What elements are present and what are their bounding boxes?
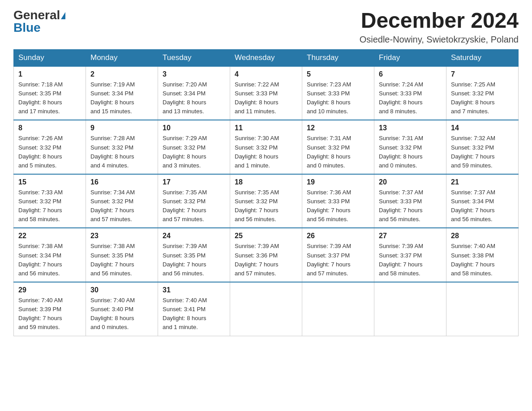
calendar-cell: 8Sunrise: 7:26 AMSunset: 3:32 PMDaylight… — [14, 120, 86, 174]
calendar-week-row: 15Sunrise: 7:33 AMSunset: 3:32 PMDayligh… — [14, 174, 519, 228]
day-number: 24 — [163, 232, 225, 240]
calendar-cell — [374, 282, 446, 336]
day-number: 4 — [235, 70, 297, 78]
day-info: Sunrise: 7:40 AMSunset: 3:40 PMDaylight:… — [90, 296, 153, 332]
day-info: Sunrise: 7:39 AMSunset: 3:37 PMDaylight:… — [379, 242, 442, 278]
day-number: 22 — [18, 232, 81, 240]
day-number: 29 — [18, 286, 81, 294]
column-header-thursday: Thursday — [302, 49, 374, 66]
day-info: Sunrise: 7:40 AMSunset: 3:38 PMDaylight:… — [451, 242, 514, 278]
day-info: Sunrise: 7:37 AMSunset: 3:33 PMDaylight:… — [379, 188, 442, 224]
day-info: Sunrise: 7:39 AMSunset: 3:35 PMDaylight:… — [163, 242, 225, 278]
calendar-header-row: SundayMondayTuesdayWednesdayThursdayFrid… — [14, 49, 519, 66]
day-info: Sunrise: 7:30 AMSunset: 3:32 PMDaylight:… — [235, 134, 297, 170]
calendar-cell: 7Sunrise: 7:25 AMSunset: 3:32 PMDaylight… — [446, 66, 519, 120]
calendar-cell: 10Sunrise: 7:29 AMSunset: 3:32 PMDayligh… — [158, 120, 230, 174]
calendar-week-row: 29Sunrise: 7:40 AMSunset: 3:39 PMDayligh… — [14, 282, 519, 336]
logo-general-text: General — [13, 8, 60, 22]
day-info: Sunrise: 7:31 AMSunset: 3:32 PMDaylight:… — [307, 134, 369, 170]
calendar-cell: 22Sunrise: 7:38 AMSunset: 3:34 PMDayligh… — [14, 228, 86, 282]
calendar-cell: 30Sunrise: 7:40 AMSunset: 3:40 PMDayligh… — [86, 282, 158, 336]
day-info: Sunrise: 7:37 AMSunset: 3:34 PMDaylight:… — [451, 188, 514, 224]
day-number: 30 — [90, 286, 153, 294]
day-info: Sunrise: 7:36 AMSunset: 3:33 PMDaylight:… — [307, 188, 369, 224]
logo-blue-text: Blue — [13, 21, 41, 34]
day-number: 15 — [18, 178, 81, 186]
day-info: Sunrise: 7:31 AMSunset: 3:32 PMDaylight:… — [379, 134, 442, 170]
day-info: Sunrise: 7:39 AMSunset: 3:37 PMDaylight:… — [307, 242, 369, 278]
calendar-cell: 23Sunrise: 7:38 AMSunset: 3:35 PMDayligh… — [86, 228, 158, 282]
calendar-cell: 20Sunrise: 7:37 AMSunset: 3:33 PMDayligh… — [374, 174, 446, 228]
calendar-cell — [302, 282, 374, 336]
calendar-week-row: 8Sunrise: 7:26 AMSunset: 3:32 PMDaylight… — [14, 120, 519, 174]
day-info: Sunrise: 7:29 AMSunset: 3:32 PMDaylight:… — [163, 134, 225, 170]
location-title: Osiedle-Nowiny, Swietokrzyskie, Poland — [360, 34, 519, 45]
day-info: Sunrise: 7:25 AMSunset: 3:32 PMDaylight:… — [451, 80, 514, 116]
day-number: 7 — [451, 70, 514, 78]
calendar-cell: 16Sunrise: 7:34 AMSunset: 3:32 PMDayligh… — [86, 174, 158, 228]
calendar-cell: 11Sunrise: 7:30 AMSunset: 3:32 PMDayligh… — [230, 120, 302, 174]
day-info: Sunrise: 7:38 AMSunset: 3:35 PMDaylight:… — [90, 242, 153, 278]
day-info: Sunrise: 7:18 AMSunset: 3:35 PMDaylight:… — [18, 80, 81, 116]
calendar-cell: 3Sunrise: 7:20 AMSunset: 3:34 PMDaylight… — [158, 66, 230, 120]
day-number: 25 — [235, 232, 297, 240]
day-info: Sunrise: 7:33 AMSunset: 3:32 PMDaylight:… — [18, 188, 81, 224]
day-number: 13 — [379, 124, 442, 132]
day-info: Sunrise: 7:28 AMSunset: 3:32 PMDaylight:… — [90, 134, 153, 170]
calendar-cell: 18Sunrise: 7:35 AMSunset: 3:32 PMDayligh… — [230, 174, 302, 228]
calendar-cell: 13Sunrise: 7:31 AMSunset: 3:32 PMDayligh… — [374, 120, 446, 174]
column-header-sunday: Sunday — [14, 49, 86, 66]
day-number: 16 — [90, 178, 153, 186]
day-number: 27 — [379, 232, 442, 240]
day-number: 19 — [307, 178, 369, 186]
day-number: 9 — [90, 124, 153, 132]
day-info: Sunrise: 7:26 AMSunset: 3:32 PMDaylight:… — [18, 134, 81, 170]
calendar-cell: 14Sunrise: 7:32 AMSunset: 3:32 PMDayligh… — [446, 120, 519, 174]
calendar-cell: 19Sunrise: 7:36 AMSunset: 3:33 PMDayligh… — [302, 174, 374, 228]
day-info: Sunrise: 7:40 AMSunset: 3:41 PMDaylight:… — [163, 296, 225, 332]
calendar-week-row: 1Sunrise: 7:18 AMSunset: 3:35 PMDaylight… — [14, 66, 519, 120]
calendar-cell: 12Sunrise: 7:31 AMSunset: 3:32 PMDayligh… — [302, 120, 374, 174]
logo-line1: General — [13, 9, 65, 21]
day-info: Sunrise: 7:35 AMSunset: 3:32 PMDaylight:… — [235, 188, 297, 224]
logo: General Blue — [13, 9, 65, 34]
title-block: December 2024 Osiedle-Nowiny, Swietokrzy… — [360, 9, 519, 45]
day-info: Sunrise: 7:38 AMSunset: 3:34 PMDaylight:… — [18, 242, 81, 278]
calendar-cell: 5Sunrise: 7:23 AMSunset: 3:33 PMDaylight… — [302, 66, 374, 120]
calendar-cell: 28Sunrise: 7:40 AMSunset: 3:38 PMDayligh… — [446, 228, 519, 282]
calendar-cell: 17Sunrise: 7:35 AMSunset: 3:32 PMDayligh… — [158, 174, 230, 228]
calendar-cell: 1Sunrise: 7:18 AMSunset: 3:35 PMDaylight… — [14, 66, 86, 120]
day-number: 21 — [451, 178, 514, 186]
calendar-cell: 9Sunrise: 7:28 AMSunset: 3:32 PMDaylight… — [86, 120, 158, 174]
day-number: 20 — [379, 178, 442, 186]
day-number: 31 — [163, 286, 225, 294]
calendar-cell: 6Sunrise: 7:24 AMSunset: 3:33 PMDaylight… — [374, 66, 446, 120]
day-number: 18 — [235, 178, 297, 186]
calendar-cell: 2Sunrise: 7:19 AMSunset: 3:34 PMDaylight… — [86, 66, 158, 120]
day-number: 10 — [163, 124, 225, 132]
calendar-cell: 26Sunrise: 7:39 AMSunset: 3:37 PMDayligh… — [302, 228, 374, 282]
day-number: 6 — [379, 70, 442, 78]
column-header-wednesday: Wednesday — [230, 49, 302, 66]
day-info: Sunrise: 7:24 AMSunset: 3:33 PMDaylight:… — [379, 80, 442, 116]
day-info: Sunrise: 7:34 AMSunset: 3:32 PMDaylight:… — [90, 188, 153, 224]
day-number: 28 — [451, 232, 514, 240]
calendar-cell — [446, 282, 519, 336]
logo-line2: Blue — [13, 21, 41, 34]
day-number: 11 — [235, 124, 297, 132]
calendar-cell: 15Sunrise: 7:33 AMSunset: 3:32 PMDayligh… — [14, 174, 86, 228]
calendar-cell: 29Sunrise: 7:40 AMSunset: 3:39 PMDayligh… — [14, 282, 86, 336]
calendar-cell: 27Sunrise: 7:39 AMSunset: 3:37 PMDayligh… — [374, 228, 446, 282]
calendar-cell: 4Sunrise: 7:22 AMSunset: 3:33 PMDaylight… — [230, 66, 302, 120]
month-title: December 2024 — [360, 9, 519, 33]
day-info: Sunrise: 7:39 AMSunset: 3:36 PMDaylight:… — [235, 242, 297, 278]
day-number: 17 — [163, 178, 225, 186]
calendar-cell: 21Sunrise: 7:37 AMSunset: 3:34 PMDayligh… — [446, 174, 519, 228]
column-header-tuesday: Tuesday — [158, 49, 230, 66]
page-header: General Blue December 2024 Osiedle-Nowin… — [13, 9, 519, 45]
column-header-saturday: Saturday — [446, 49, 519, 66]
day-info: Sunrise: 7:35 AMSunset: 3:32 PMDaylight:… — [163, 188, 225, 224]
column-header-friday: Friday — [374, 49, 446, 66]
logo-triangle-icon — [61, 12, 65, 19]
day-number: 2 — [90, 70, 153, 78]
